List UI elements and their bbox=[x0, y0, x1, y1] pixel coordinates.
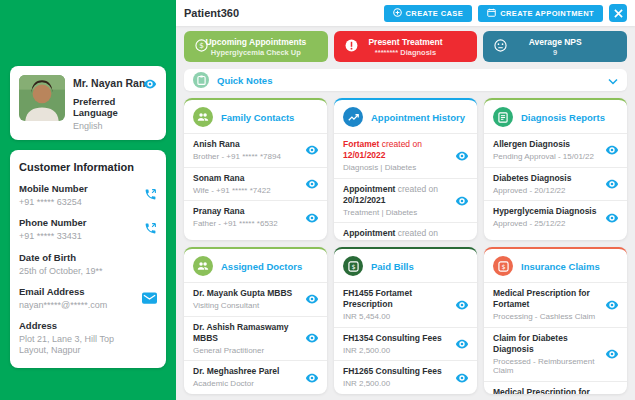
card-title: Family Contacts bbox=[221, 112, 294, 123]
item-title: FH1455 Fortamet Prescription bbox=[343, 288, 451, 310]
paid-bills-card: $ Paid Bills FH1455 Fortamet Prescriptio… bbox=[334, 247, 477, 394]
view-eye-icon[interactable] bbox=[455, 238, 469, 240]
alert-icon bbox=[345, 38, 358, 56]
list-item: Fortamet created on 12/01/2022 Diagnosis… bbox=[334, 133, 477, 178]
patient360-screen: Mr. Nayan Rana Preferred Language Englis… bbox=[0, 0, 635, 400]
view-eye-icon[interactable] bbox=[305, 177, 319, 191]
appointment-date: 12/01/2022 bbox=[343, 150, 386, 160]
view-eye-icon[interactable] bbox=[305, 211, 319, 225]
summary-subtitle: ******** Diagnosis bbox=[375, 48, 436, 57]
phone-icon[interactable] bbox=[144, 221, 157, 239]
family-contacts-card: Family Contacts Anish Rana Brother - +91… bbox=[184, 98, 327, 240]
view-eye-icon[interactable] bbox=[455, 337, 469, 351]
list-item: Pranay Rana Father - +91 ***** *6532 bbox=[184, 200, 327, 234]
view-eye-icon[interactable] bbox=[455, 298, 469, 312]
view-eye-icon[interactable] bbox=[455, 194, 469, 208]
view-eye-icon[interactable] bbox=[305, 143, 319, 157]
item-subtitle: General Practitioner bbox=[193, 346, 301, 356]
created-on-text: created on bbox=[395, 184, 438, 194]
view-eye-icon[interactable] bbox=[455, 371, 469, 385]
created-on-text: created on bbox=[395, 228, 438, 238]
field-value: Plot 21, Lane 3, Hill Top Layout, Nagpur bbox=[19, 334, 137, 357]
close-icon[interactable] bbox=[609, 4, 627, 22]
calendar-icon bbox=[487, 8, 496, 19]
field-phone-number: Phone Number +91 ***** 33431 bbox=[19, 217, 157, 242]
summary-subtitle: Hyperglycemia Check Up bbox=[211, 48, 301, 57]
list-item: Medical Prescription for Fortamet Proces… bbox=[484, 282, 627, 327]
appointment-date: 20/12/2021 bbox=[343, 195, 386, 205]
item-subtitle: Diagnosis | Diabetes bbox=[343, 163, 451, 173]
summary-subtitle: 9 bbox=[553, 48, 557, 57]
create-case-button[interactable]: CREATE CASE bbox=[384, 5, 473, 22]
item-subtitle: Academic Doctor bbox=[193, 379, 301, 389]
clipboard-icon bbox=[193, 72, 209, 88]
view-eye-icon[interactable] bbox=[605, 143, 619, 157]
report-icon bbox=[493, 107, 513, 127]
view-eye-icon[interactable] bbox=[605, 177, 619, 191]
plus-circle-icon bbox=[393, 8, 402, 19]
list-item: Appointment created on 20/12/2021 Treatm… bbox=[334, 178, 477, 223]
view-eye-icon[interactable] bbox=[305, 371, 319, 385]
field-label: Date of Birth bbox=[19, 252, 137, 263]
chevron-down-icon[interactable] bbox=[608, 71, 618, 89]
create-appointment-button[interactable]: CREATE APPOINTMENT bbox=[478, 5, 603, 22]
field-address: Address Plot 21, Lane 3, Hill Top Layout… bbox=[19, 320, 157, 357]
view-eye-icon[interactable] bbox=[305, 292, 319, 306]
card-title: Assigned Doctors bbox=[221, 261, 302, 272]
dollar-square-icon: $ bbox=[493, 256, 513, 276]
item-title: Dr. Mayank Gupta MBBS bbox=[193, 288, 301, 299]
dollar-square-icon: $ bbox=[343, 256, 363, 276]
quick-notes-bar[interactable]: Quick Notes bbox=[184, 69, 627, 91]
svg-text:$: $ bbox=[199, 41, 204, 50]
list-item: Hyperglycemia Diagnosis Approved - 25/12… bbox=[484, 200, 627, 234]
item-subtitle: Pending Approval - 15/01/22 bbox=[493, 152, 601, 162]
quick-notes-title: Quick Notes bbox=[217, 75, 600, 86]
item-title: Appointment created on 15/12/2021 bbox=[343, 228, 451, 240]
card-title: Paid Bills bbox=[371, 261, 414, 272]
svg-text:$: $ bbox=[351, 262, 355, 270]
view-eye-icon[interactable] bbox=[605, 298, 619, 312]
average-nps-card: Average NPS 9 bbox=[483, 31, 627, 62]
field-label: Address bbox=[19, 320, 137, 331]
item-subtitle: Wife - +91 ***** *7422 bbox=[193, 186, 301, 196]
field-value: 25th of October, 19** bbox=[19, 266, 137, 277]
page-title: Patient360 bbox=[184, 7, 378, 19]
dollar-circle-icon: $ bbox=[195, 38, 208, 56]
create-case-label: CREATE CASE bbox=[406, 9, 464, 18]
card-title: Insurance Claims bbox=[521, 261, 600, 272]
view-profile-eye-icon[interactable] bbox=[143, 77, 157, 91]
list-item: FH1354 Consulting Fees INR 2,500.00 bbox=[334, 327, 477, 361]
field-date-of-birth: Date of Birth 25th of October, 19** bbox=[19, 252, 157, 277]
svg-text:$: $ bbox=[501, 262, 505, 270]
assigned-doctors-card: Assigned Doctors Dr. Mayank Gupta MBBS V… bbox=[184, 247, 327, 394]
item-subtitle: Approved - 20/12/22 bbox=[493, 186, 601, 196]
item-subtitle: Visiting Consultant bbox=[193, 301, 301, 311]
field-value: nayan*****@*****.com bbox=[19, 300, 137, 311]
diagnosis-reports-card: Diagnosis Reports Allergen Diagnosis Pen… bbox=[484, 98, 627, 240]
summary-title: Present Treatment bbox=[368, 37, 442, 47]
field-value: +91 ***** 63254 bbox=[19, 197, 137, 208]
item-title: Anish Rana bbox=[193, 139, 301, 150]
item-title: Hyperglycemia Diagnosis bbox=[493, 206, 601, 217]
people-icon bbox=[193, 107, 213, 127]
top-bar: Patient360 CREATE CASE CREATE APPOINTMEN… bbox=[176, 0, 635, 26]
view-eye-icon[interactable] bbox=[305, 331, 319, 345]
list-item: Claim for Diabetes Diagnosis Processed -… bbox=[484, 327, 627, 381]
mail-icon[interactable] bbox=[142, 290, 157, 308]
view-eye-icon[interactable] bbox=[455, 149, 469, 163]
field-email-address: Email Address nayan*****@*****.com bbox=[19, 286, 157, 311]
summary-title: Upcoming Appointments bbox=[205, 37, 306, 47]
profile-card: Mr. Nayan Rana Preferred Language Englis… bbox=[10, 66, 166, 140]
view-eye-icon[interactable] bbox=[605, 211, 619, 225]
appointment-name: Appointment bbox=[343, 184, 395, 194]
view-eye-icon[interactable] bbox=[605, 347, 619, 361]
smiley-icon bbox=[494, 38, 507, 56]
phone-forward-icon[interactable] bbox=[144, 187, 157, 205]
appointment-history-card: Appointment History Fortamet created on … bbox=[334, 98, 477, 240]
profile-sidebar: Mr. Nayan Rana Preferred Language Englis… bbox=[0, 0, 176, 400]
item-title: Sonam Rana bbox=[193, 173, 301, 184]
card-title: Diagnosis Reports bbox=[521, 112, 605, 123]
item-title: Medical Prescription for Fortamet bbox=[493, 387, 601, 394]
preferred-language-label: Preferred Language bbox=[73, 96, 157, 118]
trend-icon bbox=[343, 107, 363, 127]
